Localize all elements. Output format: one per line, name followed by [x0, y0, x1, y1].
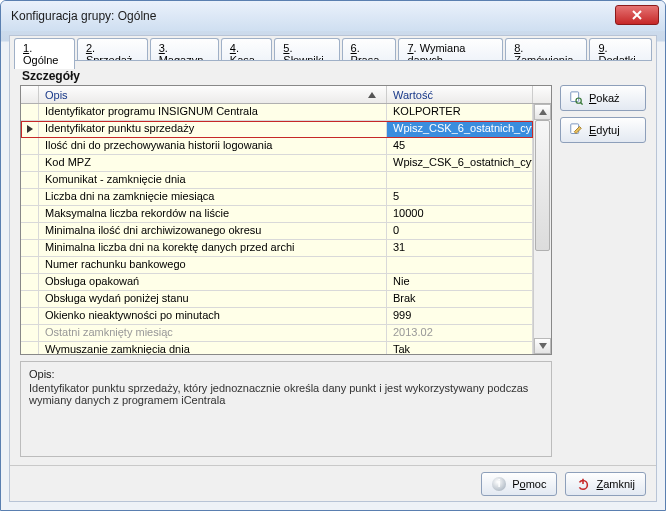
- table-row[interactable]: Liczba dni na zamknięcie miesiąca5: [21, 189, 533, 206]
- cell-desc: Komunikat - zamknięcie dnia: [39, 172, 387, 188]
- row-marker: [21, 342, 39, 354]
- titlebar: Konfiguracja grupy: Ogólne: [1, 1, 665, 31]
- cell-value[interactable]: Brak: [387, 291, 533, 307]
- edit-label: Edytuj: [589, 124, 620, 136]
- column-scroll-spacer: [533, 86, 551, 103]
- cell-value[interactable]: Nie: [387, 274, 533, 290]
- row-marker: [21, 121, 39, 137]
- client-area: 1. Ogólne2. Sprzedaż3. Magazyn4. Kasa5. …: [9, 35, 657, 502]
- cell-value[interactable]: [387, 172, 533, 188]
- cell-desc: Minimalna ilość dni archiwizowanego okre…: [39, 223, 387, 239]
- cell-value[interactable]: 10000: [387, 206, 533, 222]
- row-marker: [21, 172, 39, 188]
- scroll-track[interactable]: [534, 120, 551, 338]
- help-button[interactable]: i Pomoc: [481, 472, 557, 496]
- cell-desc: Okienko nieaktywności po minutach: [39, 308, 387, 324]
- scroll-down-button[interactable]: [534, 338, 551, 354]
- cell-value[interactable]: 0: [387, 223, 533, 239]
- row-marker: [21, 189, 39, 205]
- scroll-up-button[interactable]: [534, 104, 551, 120]
- description-text: Identyfikator punktu sprzedaży, który je…: [29, 382, 543, 406]
- table-row[interactable]: Okienko nieaktywności po minutach999: [21, 308, 533, 325]
- svg-line-2: [580, 102, 582, 104]
- row-marker: [21, 257, 39, 273]
- column-desc[interactable]: Opis: [39, 86, 387, 103]
- dialog-button-bar: i Pomoc Zamknij: [10, 465, 656, 501]
- table-row[interactable]: Maksymalna liczba rekordów na liście1000…: [21, 206, 533, 223]
- cell-value[interactable]: Wpisz_CSK_6_ostatnich_cyfr: [387, 121, 533, 137]
- table-row[interactable]: Identyfikator punktu sprzedażyWpisz_CSK_…: [21, 121, 533, 138]
- row-marker: [21, 206, 39, 222]
- column-value-label: Wartość: [393, 89, 433, 101]
- cell-desc: Kod MPZ: [39, 155, 387, 171]
- table-row[interactable]: Ilość dni do przechowywania historii log…: [21, 138, 533, 155]
- grid-header: Opis Wartość: [21, 86, 551, 104]
- tab-content: Szczegóły Opis Wartość Identyfikator pro…: [14, 60, 652, 463]
- row-marker: [21, 155, 39, 171]
- table-row[interactable]: Ostatni zamknięty miesiąc2013.02: [21, 325, 533, 342]
- power-icon: [576, 477, 590, 491]
- cell-desc: Minimalna liczba dni na korektę danych p…: [39, 240, 387, 256]
- row-marker: [21, 308, 39, 324]
- close-icon: [631, 9, 643, 21]
- cell-value[interactable]: 45: [387, 138, 533, 154]
- tab-ogólne[interactable]: 1. Ogólne: [14, 38, 75, 69]
- row-marker: [21, 274, 39, 290]
- table-row[interactable]: Wymuszanie zamknięcia dniaTak: [21, 342, 533, 354]
- cell-desc: Identyfikator punktu sprzedaży: [39, 121, 387, 137]
- table-row[interactable]: Kod MPZWpisz_CSK_6_ostatnich_cyfr: [21, 155, 533, 172]
- table-row[interactable]: Identyfikator programu INSIGNUM Centrala…: [21, 104, 533, 121]
- current-row-icon: [27, 125, 33, 133]
- cell-value[interactable]: KOLPORTER: [387, 104, 533, 120]
- column-marker[interactable]: [21, 86, 39, 103]
- column-value[interactable]: Wartość: [387, 86, 533, 103]
- row-marker: [21, 104, 39, 120]
- side-buttons: Pokaż Edytuj: [560, 85, 646, 143]
- show-button[interactable]: Pokaż: [560, 85, 646, 111]
- column-desc-label: Opis: [45, 89, 68, 101]
- row-marker: [21, 291, 39, 307]
- cell-value[interactable]: Tak: [387, 342, 533, 354]
- info-icon: i: [492, 477, 506, 491]
- show-label: Pokaż: [589, 92, 620, 104]
- close-label: Zamknij: [596, 478, 635, 490]
- cell-desc: Maksymalna liczba rekordów na liście: [39, 206, 387, 222]
- row-marker: [21, 325, 39, 341]
- cell-value[interactable]: 999: [387, 308, 533, 324]
- magnifier-paper-icon: [569, 91, 583, 105]
- cell-desc: Identyfikator programu INSIGNUM Centrala: [39, 104, 387, 120]
- description-title: Opis:: [29, 368, 543, 380]
- close-button[interactable]: Zamknij: [565, 472, 646, 496]
- cell-value[interactable]: [387, 257, 533, 273]
- table-row[interactable]: Obsługa wydań poniżej stanuBrak: [21, 291, 533, 308]
- table-row[interactable]: Komunikat - zamknięcie dnia: [21, 172, 533, 189]
- cell-desc: Ostatni zamknięty miesiąc: [39, 325, 387, 341]
- cell-value[interactable]: 2013.02: [387, 325, 533, 341]
- edit-button[interactable]: Edytuj: [560, 117, 646, 143]
- table-row[interactable]: Minimalna ilość dni archiwizowanego okre…: [21, 223, 533, 240]
- window-title: Konfiguracja grupy: Ogólne: [7, 9, 156, 23]
- row-marker: [21, 223, 39, 239]
- table-row[interactable]: Minimalna liczba dni na korektę danych p…: [21, 240, 533, 257]
- cell-desc: Numer rachunku bankowego: [39, 257, 387, 273]
- table-row[interactable]: Numer rachunku bankowego: [21, 257, 533, 274]
- row-marker: [21, 138, 39, 154]
- cell-desc: Wymuszanie zamknięcia dnia: [39, 342, 387, 354]
- table-row[interactable]: Obsługa opakowańNie: [21, 274, 533, 291]
- settings-grid[interactable]: Opis Wartość Identyfikator programu INSI…: [20, 85, 552, 355]
- sort-asc-icon: [368, 92, 376, 98]
- cell-value[interactable]: 5: [387, 189, 533, 205]
- cell-desc: Ilość dni do przechowywania historii log…: [39, 138, 387, 154]
- grid-scrollbar[interactable]: [533, 104, 551, 354]
- row-marker: [21, 240, 39, 256]
- cell-value[interactable]: Wpisz_CSK_6_ostatnich_cyfr: [387, 155, 533, 171]
- window-close-button[interactable]: [615, 5, 659, 25]
- cell-desc: Obsługa wydań poniżej stanu: [39, 291, 387, 307]
- chevron-up-icon: [539, 109, 547, 115]
- description-panel: Opis: Identyfikator punktu sprzedaży, kt…: [20, 361, 552, 457]
- dialog-window: Konfiguracja grupy: Ogólne 1. Ogólne2. S…: [0, 0, 666, 511]
- section-title: Szczegóły: [22, 69, 646, 83]
- scroll-thumb[interactable]: [535, 120, 550, 251]
- cell-value[interactable]: 31: [387, 240, 533, 256]
- pencil-paper-icon: [569, 123, 583, 137]
